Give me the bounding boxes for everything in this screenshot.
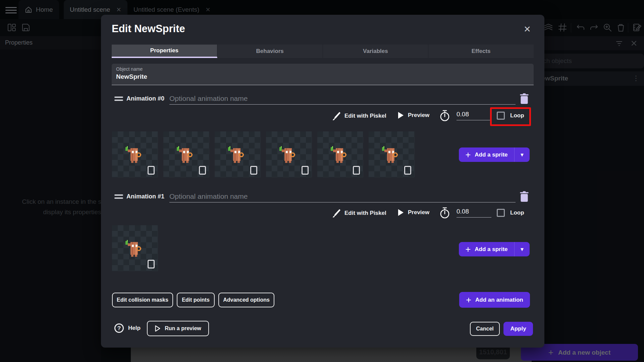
animation-1-label: Animation #1 [126,193,164,200]
sprite-frame-thumbnail[interactable] [112,131,158,177]
edit-with-piskel-button[interactable]: Edit with Piskel [332,208,386,218]
chevron-down-icon[interactable]: ▼ [514,242,530,256]
timer-icon [439,110,450,122]
add-sprite-button[interactable]: + Add a sprite ▼ [459,242,530,256]
loop-checkbox[interactable]: Loop [497,112,524,120]
play-icon [397,111,404,119]
animation-1-header: Animation #1 [112,190,534,205]
time-between-frames-input[interactable] [457,111,491,120]
drag-handle-icon[interactable] [114,194,123,200]
frame-checkbox[interactable] [148,260,155,268]
frame-checkbox[interactable] [250,166,257,175]
help-button[interactable]: ? Help [114,323,141,333]
sprite-frame-image [124,145,144,165]
edit-sprite-dialog: Edit NewSprite ✕ Properties Behaviors Va… [101,15,544,348]
sprite-frame-thumbnail[interactable] [112,225,158,271]
tab-properties[interactable]: Properties [112,45,217,58]
frame-checkbox[interactable] [302,166,309,175]
checkbox-icon[interactable] [497,112,505,120]
play-icon [397,208,404,217]
sprite-frame-image [278,145,298,165]
animation-0-label: Animation #0 [126,95,164,102]
run-preview-button[interactable]: Run a preview [147,321,209,336]
brush-icon [332,208,341,218]
checkbox-icon[interactable] [497,209,505,217]
sprite-frame-image [329,145,350,165]
time-between-frames-input[interactable] [457,208,491,218]
brush-icon [332,111,341,121]
edit-with-piskel-button[interactable]: Edit with Piskel [332,111,386,121]
dialog-title: Edit NewSprite [112,23,185,35]
sprite-frame-image [175,145,196,165]
advanced-options-button[interactable]: Advanced options [218,293,274,307]
apply-button[interactable]: Apply [503,322,533,336]
tab-behaviors[interactable]: Behaviors [217,45,323,58]
sprite-frame-thumbnail[interactable] [266,131,312,177]
preview-button[interactable]: Preview [397,111,429,119]
animation-0-header: Animation #0 [112,93,534,107]
preview-button[interactable]: Preview [397,208,429,217]
object-name-input[interactable] [116,73,519,80]
sprite-frame-thumbnail[interactable] [317,131,363,177]
delete-animation-icon[interactable] [519,93,530,105]
sprite-frame-image [227,145,247,165]
timer-icon [439,207,450,220]
drag-handle-icon[interactable] [114,97,123,102]
loop-checkbox[interactable]: Loop [497,209,524,217]
sprite-frame-image [124,239,144,259]
object-name-field-label: Object name [116,66,143,72]
question-icon: ? [114,323,124,333]
add-animation-button[interactable]: + Add an animation [459,292,530,308]
delete-animation-icon[interactable] [519,191,530,202]
frame-checkbox[interactable] [353,166,360,175]
animation-1-controls: Edit with Piskel Preview Loop [101,206,544,223]
tab-variables[interactable]: Variables [323,45,429,58]
animation-0-frames [112,131,415,177]
sprite-frame-thumbnail[interactable] [369,131,415,177]
animation-0-controls: Edit with Piskel Preview Loop [101,109,544,125]
frame-checkbox[interactable] [148,166,155,175]
gdevelop-app: Home Untitled scene ✕ Untitled scene (Ev… [0,0,644,362]
edit-collision-masks-button[interactable]: Edit collision masks [112,293,173,307]
dialog-tabs: Properties Behaviors Variables Effects [112,45,534,58]
tab-effects[interactable]: Effects [428,45,534,58]
edit-points-button[interactable]: Edit points [177,293,215,307]
frame-checkbox[interactable] [404,166,411,175]
add-sprite-button[interactable]: + Add a sprite ▼ [459,147,530,162]
dialog-close-icon[interactable]: ✕ [522,23,533,35]
chevron-down-icon[interactable]: ▼ [514,147,530,162]
cancel-button[interactable]: Cancel [470,322,500,336]
play-outline-icon [155,325,161,332]
animation-1-frames [112,225,158,271]
sprite-frame-image [381,145,401,165]
frame-checkbox[interactable] [199,166,206,175]
animation-0-name-input[interactable] [169,93,516,105]
sprite-frame-thumbnail[interactable] [215,131,261,177]
object-name-field[interactable]: Object name [112,64,534,85]
sprite-frame-thumbnail[interactable] [163,131,209,177]
animation-1-name-input[interactable] [169,190,516,202]
